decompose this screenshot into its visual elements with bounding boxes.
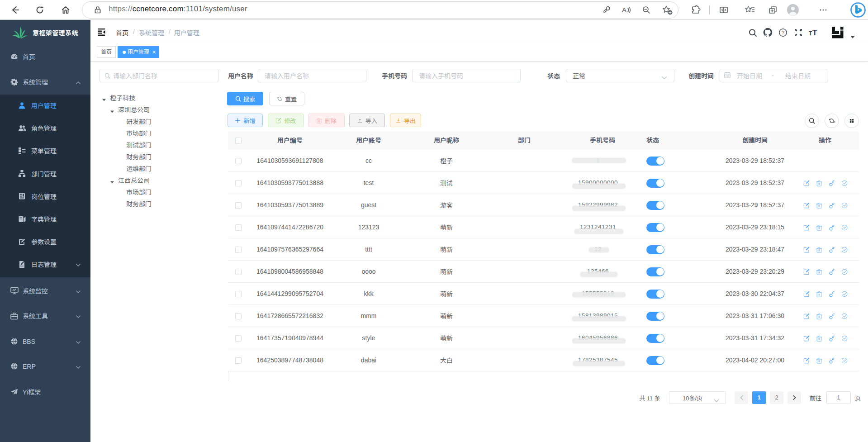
svg-text:?: ? — [782, 30, 784, 35]
svg-text:T: T — [812, 29, 817, 36]
svg-text:T: T — [809, 30, 812, 36]
svg-text:A: A — [622, 6, 626, 14]
